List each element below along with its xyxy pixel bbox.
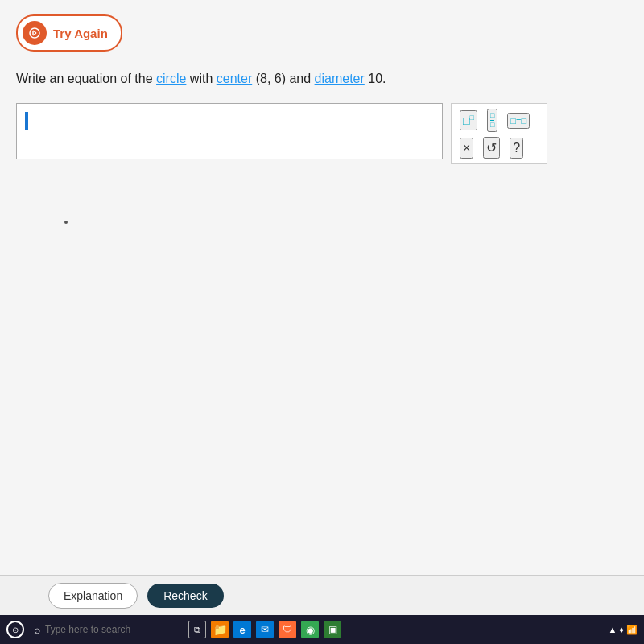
- help-btn[interactable]: ?: [510, 138, 523, 159]
- question-middle1: with: [186, 72, 216, 85]
- taskbar-icons: ⧉ 📁 e ✉ 🛡 ◉ ▣: [188, 621, 341, 638]
- edge-icon[interactable]: e: [233, 621, 251, 638]
- question-coords: (8, 6) and: [252, 72, 314, 85]
- dot-decoration: [64, 221, 68, 224]
- explanation-button[interactable]: Explanation: [48, 583, 138, 609]
- taskview-icon[interactable]: ⧉: [188, 621, 206, 638]
- taskbar: ⊙ ⌕ ⧉ 📁 e ✉ 🛡 ◉ ▣ ▲ ♦ 📶: [0, 615, 644, 644]
- help-icon: ?: [513, 141, 520, 155]
- question-prefix: Write an equation of the: [16, 72, 156, 85]
- circle-link[interactable]: circle: [156, 72, 186, 85]
- multiply-icon: ×: [463, 141, 470, 155]
- undo-icon: ↺: [486, 140, 497, 155]
- equals-btn[interactable]: □=□: [507, 113, 530, 129]
- recheck-button[interactable]: Recheck: [147, 584, 223, 608]
- taskbar-time: ▲ ♦ 📶: [608, 625, 638, 635]
- cursor-indicator: [25, 112, 28, 130]
- svg-point-0: [30, 28, 39, 38]
- try-again-icon: [23, 21, 47, 45]
- math-toolbar: □□ □ □ □=□ ×: [451, 103, 547, 164]
- search-input[interactable]: [45, 624, 166, 635]
- equals-icon: □=□: [510, 116, 526, 126]
- question-text: Write an equation of the circle with cen…: [16, 69, 628, 89]
- diameter-link[interactable]: diameter: [315, 72, 365, 85]
- answer-input-box[interactable]: [16, 103, 443, 159]
- superscript-btn[interactable]: □□: [460, 110, 477, 130]
- multiply-btn[interactable]: ×: [460, 138, 473, 159]
- main-content: Try Again Write an equation of the circl…: [0, 0, 644, 604]
- recheck-label: Recheck: [163, 589, 207, 602]
- shield-icon[interactable]: 🛡: [279, 621, 296, 638]
- search-icon: ⌕: [34, 623, 40, 636]
- empty-area: [16, 188, 628, 462]
- fraction-btn[interactable]: □ □: [487, 109, 497, 132]
- file-explorer-icon[interactable]: 📁: [211, 621, 229, 638]
- center-link[interactable]: center: [217, 72, 252, 85]
- chrome-icon[interactable]: ◉: [301, 621, 319, 638]
- taskbar-search: ⌕: [34, 623, 166, 636]
- explanation-label: Explanation: [64, 589, 122, 602]
- fraction-icon: □ □: [490, 112, 494, 129]
- green-icon[interactable]: ▣: [324, 621, 341, 638]
- toolbar-row-1: □□ □ □ □=□: [460, 109, 539, 132]
- bottom-bar: Explanation Recheck: [0, 575, 644, 615]
- question-suffix: 10.: [365, 72, 386, 85]
- superscript-icon: □□: [463, 114, 474, 127]
- windows-start-icon[interactable]: ⊙: [6, 621, 24, 638]
- try-again-button[interactable]: Try Again: [16, 14, 122, 52]
- mail-icon[interactable]: ✉: [256, 621, 274, 638]
- undo-btn[interactable]: ↺: [483, 137, 500, 159]
- toolbar-row-2: × ↺ ?: [460, 137, 539, 159]
- answer-area: □□ □ □ □=□ ×: [16, 103, 628, 164]
- try-again-label: Try Again: [53, 27, 108, 40]
